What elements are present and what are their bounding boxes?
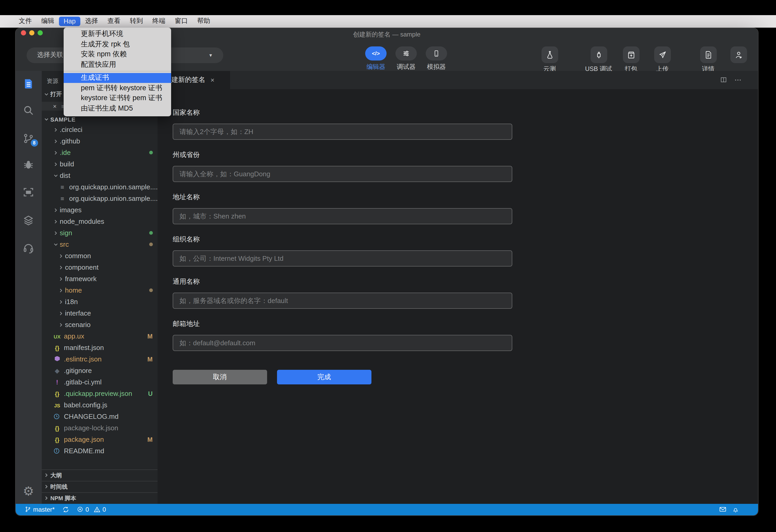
eslint-file-icon	[53, 356, 61, 362]
activity-headset-icon[interactable]	[15, 237, 41, 258]
tree-folder-node-modules[interactable]: node_modules	[41, 216, 157, 227]
menu-Hap[interactable]: Hap	[59, 17, 80, 26]
menu-窗口[interactable]: 窗口	[170, 16, 193, 27]
tree-folder-framework[interactable]: framework	[41, 273, 157, 284]
common-name-input[interactable]	[173, 292, 512, 308]
action-send[interactable]: 上传	[647, 46, 678, 73]
menu-item[interactable]: pem 证书转 keystore 证书	[63, 83, 171, 93]
tree-item-label: scenario	[65, 321, 90, 329]
git-branch-item[interactable]: master*	[24, 506, 55, 513]
tree-file-app-ux[interactable]: UXapp.uxM	[41, 330, 157, 342]
tree-folder-component[interactable]: component	[41, 262, 157, 273]
bell-icon[interactable]	[732, 506, 739, 513]
problems-item[interactable]: 0 0	[77, 506, 106, 513]
chevron-right-icon	[58, 253, 63, 258]
activity-preview-frame-icon[interactable]	[15, 182, 41, 202]
activity-explorer-icon[interactable]	[15, 73, 41, 94]
mode-code[interactable]: </>编辑器	[363, 46, 388, 71]
tree-file-babel-config-js[interactable]: JSbabel.config.js	[41, 399, 157, 411]
tree-folder--ide[interactable]: .ide	[41, 147, 157, 158]
tree-file-readme-md[interactable]: README.md	[41, 445, 157, 457]
menu-item[interactable]: keystore 证书转 pem 证书	[63, 93, 171, 103]
menu-帮助[interactable]: 帮助	[193, 16, 215, 27]
tree-folder-i18n[interactable]: i18n	[41, 296, 157, 307]
tree-file-package-lock-json[interactable]: {}package-lock.json	[41, 422, 157, 434]
menu-item[interactable]: 安装 npm 依赖	[63, 49, 171, 59]
chevron-right-icon	[53, 230, 58, 236]
sync-item[interactable]	[62, 506, 69, 513]
activity-source-control-icon[interactable]: 8	[15, 128, 41, 149]
tree-file--eslintrc-json[interactable]: .eslintrc.jsonM	[41, 353, 157, 365]
lines-file-icon: ≡	[58, 195, 66, 202]
tree-folder-images[interactable]: images	[41, 204, 157, 216]
panel-时间线[interactable]: 时间线	[41, 481, 157, 492]
code-icon: </>	[365, 46, 387, 60]
action-flask[interactable]: 云测	[534, 46, 565, 73]
menu-终端[interactable]: 终端	[148, 16, 170, 27]
tree-folder--circleci[interactable]: .circleci	[41, 124, 157, 136]
phone-icon	[426, 46, 447, 60]
tree-folder-src[interactable]: src	[41, 239, 157, 250]
tree-item-label: app.ux	[64, 332, 84, 340]
submit-button[interactable]: 完成	[277, 369, 371, 384]
organization-name-input[interactable]	[173, 250, 512, 266]
tree-file-manifest-json[interactable]: {}manifest.json	[41, 342, 157, 353]
menu-文件[interactable]: 文件	[14, 16, 36, 27]
panel-NPM 脚本[interactable]: NPM 脚本	[41, 492, 157, 504]
menu-查看[interactable]: 查看	[103, 16, 125, 27]
project-root-row[interactable]: SAMPLE	[41, 115, 157, 123]
mode-sliders[interactable]: 调试器	[394, 46, 419, 71]
activity-layers-icon[interactable]	[15, 210, 41, 231]
tree-file-changelog-md[interactable]: CHANGELOG.md	[41, 411, 157, 422]
cancel-button[interactable]: 取消	[173, 369, 267, 384]
tree-folder-home[interactable]: home	[41, 284, 157, 296]
tree-file--gitignore[interactable]: ◆.gitignore	[41, 365, 157, 376]
hap-dropdown-menu: 更新手机环境生成开发 rpk 包安装 npm 依赖配置快应用生成证书pem 证书…	[63, 27, 171, 116]
tree-folder-interface[interactable]: interface	[41, 307, 157, 319]
action-usb[interactable]: USB 调试	[583, 46, 614, 73]
menu-选择[interactable]: 选择	[80, 16, 103, 27]
tree-folder-sign[interactable]: sign	[41, 227, 157, 239]
tree-file--gitlab-ci-yml[interactable]: !.gitlab-ci.yml	[41, 376, 157, 388]
email-address-input[interactable]	[173, 335, 512, 351]
tree-item-label: dist	[60, 172, 70, 180]
menu-item[interactable]: 更新手机环境	[63, 29, 171, 39]
tree-folder-dist[interactable]: dist	[41, 170, 157, 181]
git-status-dot	[149, 151, 153, 155]
mail-icon[interactable]	[719, 505, 727, 513]
menu-item[interactable]: 生成开发 rpk 包	[63, 39, 171, 49]
mode-switcher: </>编辑器调试器模拟器	[363, 46, 449, 71]
action-account[interactable]	[723, 46, 754, 63]
tree-folder--github[interactable]: .github	[41, 136, 157, 147]
activity-debug-icon[interactable]	[15, 154, 41, 175]
gear-icon[interactable]: ⚙	[15, 482, 41, 500]
panel-大纲[interactable]: 大纲	[41, 469, 157, 481]
tree-folder-common[interactable]: common	[41, 250, 157, 262]
form-group: 地址名称	[173, 192, 528, 224]
form-group: 组织名称	[173, 234, 528, 266]
tree-file-org-quickapp-union-sample-[interactable]: ≡org.quickapp.union.sample....	[41, 181, 157, 193]
country-name-input[interactable]	[173, 123, 512, 140]
menu-item[interactable]: 生成证书	[63, 73, 171, 83]
mode-label: 调试器	[397, 62, 415, 71]
split-editor-icon[interactable]	[720, 76, 727, 84]
state-province-input[interactable]	[173, 166, 512, 182]
menu-item[interactable]: 配置快应用	[63, 59, 171, 70]
menu-转到[interactable]: 转到	[125, 16, 148, 27]
mode-phone[interactable]: 模拟器	[424, 46, 449, 71]
more-actions-icon[interactable]	[734, 76, 742, 84]
close-icon[interactable]: ×	[210, 76, 214, 84]
close-icon[interactable]: ×	[53, 102, 57, 110]
action-package[interactable]: 打包	[615, 46, 647, 73]
send-icon	[654, 46, 670, 63]
action-document[interactable]: 详情	[693, 46, 724, 73]
tree-folder-scenario[interactable]: scenario	[41, 319, 157, 330]
tree-folder-build[interactable]: build	[41, 158, 157, 170]
tree-file-package-json[interactable]: {}package.jsonM	[41, 434, 157, 445]
tree-file-org-quickapp-union-sample-[interactable]: ≡org.quickapp.union.sample....	[41, 193, 157, 204]
activity-search-icon[interactable]	[15, 100, 41, 121]
menu-item[interactable]: 由证书生成 MD5	[63, 103, 171, 113]
locality-name-input[interactable]	[173, 208, 512, 224]
tree-file--quickapp-preview-json[interactable]: {}.quickapp.preview.jsonU	[41, 388, 157, 399]
menu-编辑[interactable]: 编辑	[36, 16, 59, 27]
